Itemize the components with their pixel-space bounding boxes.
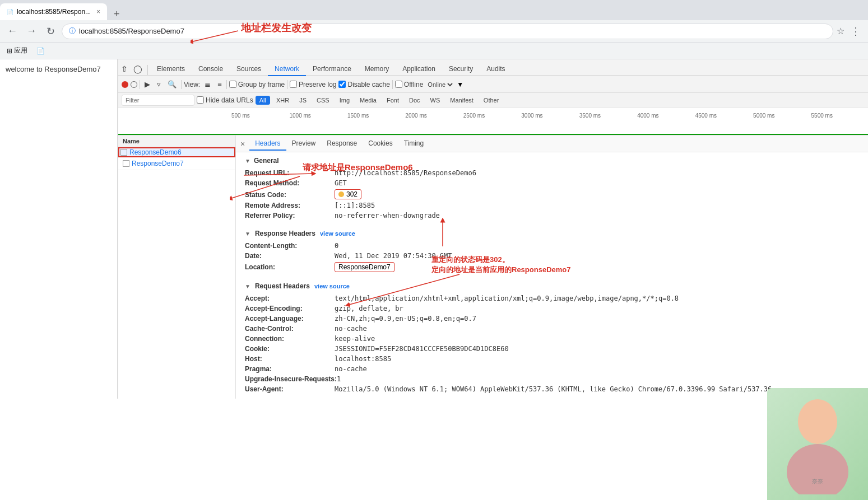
location-label: Location: xyxy=(245,263,335,271)
filter-tag-img[interactable]: Img xyxy=(336,96,354,105)
response-headers-view-source[interactable]: view source xyxy=(320,230,355,237)
devtools-select-icon[interactable]: ⇧ xyxy=(118,63,131,75)
filter-tag-css[interactable]: CSS xyxy=(313,96,333,105)
response-headers-section: Response Headers view source Content-Len… xyxy=(236,225,868,278)
preserve-log-checkbox[interactable] xyxy=(290,81,297,88)
forward-button[interactable]: → xyxy=(24,24,39,39)
accept-label: Accept: xyxy=(245,295,335,302)
tab-title: localhost:8585/Respon... xyxy=(17,8,91,16)
tab-network[interactable]: Network xyxy=(268,63,306,76)
filter-tag-other[interactable]: Other xyxy=(480,96,503,105)
new-tab-button[interactable]: + xyxy=(109,8,124,20)
group-by-frame-label[interactable]: Group by frame xyxy=(229,81,285,88)
request-method-value: GET xyxy=(335,179,347,187)
connection-label: Connection: xyxy=(245,335,335,343)
status-code-row: Status Code: 302 xyxy=(245,188,859,200)
request-url-row: Request URL: http://localhost:8585/Respo… xyxy=(245,168,859,178)
connection-row: Connection: keep-alive xyxy=(245,334,859,344)
page-welcome-text: welcome to ResponseDemo7 xyxy=(6,65,101,73)
active-tab[interactable]: 📄 localhost:8585/Respon... × xyxy=(0,3,107,20)
request-method-label: Request Method: xyxy=(245,179,335,187)
detail-tab-timing[interactable]: Timing xyxy=(398,137,430,151)
filter-tag-js[interactable]: JS xyxy=(295,96,310,105)
timeline-ruler: 500 ms 1000 ms 1500 ms 2000 ms 2500 ms 3… xyxy=(118,108,868,119)
search-button[interactable]: 🔍 xyxy=(165,79,179,90)
throttling-select[interactable]: Online xyxy=(425,81,454,88)
tab-performance[interactable]: Performance xyxy=(306,63,358,76)
disable-cache-checkbox[interactable] xyxy=(338,81,346,88)
tab-console[interactable]: Console xyxy=(192,63,230,76)
view-small-rows-button[interactable]: ≡ xyxy=(215,79,224,90)
filter-tag-xhr[interactable]: XHR xyxy=(272,96,293,105)
offline-checkbox[interactable] xyxy=(395,81,402,88)
timeline-bar: 500 ms 1000 ms 1500 ms 2000 ms 2500 ms 3… xyxy=(118,108,868,135)
filter-input[interactable] xyxy=(122,95,194,106)
filter-tag-font[interactable]: Font xyxy=(383,96,403,105)
detail-tab-cookies[interactable]: Cookies xyxy=(363,137,398,151)
detail-tab-response[interactable]: Response xyxy=(321,137,363,151)
preserve-log-label[interactable]: Preserve log xyxy=(290,81,336,88)
back-button[interactable]: ← xyxy=(4,24,20,39)
mark-2000: 2000 ms xyxy=(404,113,462,119)
mark-4500: 4500 ms xyxy=(694,113,752,119)
mark-3500: 3500 ms xyxy=(578,113,636,119)
detail-close-button[interactable]: × xyxy=(240,139,245,148)
tab-application[interactable]: Application xyxy=(396,63,442,76)
filter-tag-media[interactable]: Media xyxy=(356,96,380,105)
date-value: Wed, 11 Dec 2019 07:54:30 GMT xyxy=(335,252,452,260)
accept-language-label: Accept-Language: xyxy=(245,315,335,323)
nav-bar: ← → ↻ ⓘ localhost:8585/ResponseDemo7 ☆ ⋮ xyxy=(0,20,868,43)
status-code-label: Status Code: xyxy=(245,191,335,199)
bookmark-button[interactable]: ☆ xyxy=(837,26,844,36)
hide-data-urls-checkbox[interactable] xyxy=(197,96,204,104)
status-code-value: 302 xyxy=(346,190,358,198)
clear-button[interactable] xyxy=(131,81,137,88)
location-badge: ResponseDemo7 xyxy=(335,262,394,272)
file-item-responsedemo6[interactable]: ResponseDemo6 xyxy=(118,147,235,157)
devtools-device-icon[interactable]: ◯ xyxy=(131,63,145,75)
filter-tag-doc[interactable]: Doc xyxy=(405,96,424,105)
file-item-responsedemo7[interactable]: ResponseDemo7 xyxy=(118,157,235,170)
main-content: welcome to ResponseDemo7 ⇧ ◯ Elements Co… xyxy=(0,59,868,399)
view-large-rows-button[interactable]: ≣ xyxy=(202,79,213,90)
detail-tab-headers[interactable]: Headers xyxy=(249,137,286,151)
address-bar[interactable]: ⓘ localhost:8585/ResponseDemo7 xyxy=(62,24,833,39)
tab-close-button[interactable]: × xyxy=(96,8,100,16)
disable-cache-label[interactable]: Disable cache xyxy=(338,81,389,88)
general-section: General Request URL: http://localhost:85… xyxy=(236,152,868,225)
throttling-arrow[interactable]: ▼ xyxy=(457,81,463,88)
apps-bookmark[interactable]: ⊞ 应用 xyxy=(4,45,30,57)
referrer-policy-label: Referrer Policy: xyxy=(245,212,335,219)
tab-sources[interactable]: Sources xyxy=(230,63,268,76)
tab-memory[interactable]: Memory xyxy=(358,63,396,76)
tab-security[interactable]: Security xyxy=(442,63,480,76)
request-headers-view-source[interactable]: view source xyxy=(314,283,350,289)
file-bookmark[interactable]: 📄 xyxy=(34,46,47,56)
record-button[interactable] xyxy=(122,81,128,88)
general-section-title: General xyxy=(245,157,859,165)
toolbar-sep-1 xyxy=(140,80,140,89)
tab-elements[interactable]: Elements xyxy=(150,63,192,76)
status-code-badge: 302 xyxy=(335,189,361,199)
reload-button[interactable]: ↻ xyxy=(43,24,58,39)
filter-tag-manifest[interactable]: Manifest xyxy=(446,96,477,105)
detail-tabs: × Headers Preview Response Cookies Timin… xyxy=(236,135,868,152)
apps-label: 应用 xyxy=(14,46,27,55)
hide-data-urls-text: Hide data URLs xyxy=(206,96,253,104)
file-item-name-1: ResponseDemo6 xyxy=(129,148,182,156)
hide-data-urls-label[interactable]: Hide data URLs xyxy=(197,96,253,104)
detail-tab-preview[interactable]: Preview xyxy=(286,137,322,151)
request-url-value: http://localhost:8585/ResponseDemo6 xyxy=(335,169,476,177)
filter-toggle-button[interactable]: ▿ xyxy=(155,79,163,90)
accept-language-value: zh-CN,zh;q=0.9,en-US;q=0.8,en;q=0.7 xyxy=(335,315,476,323)
filter-tag-all[interactable]: All xyxy=(256,96,270,105)
offline-label[interactable]: Offline xyxy=(395,81,423,88)
toolbar-sep-5 xyxy=(392,80,393,89)
filter-tag-ws[interactable]: WS xyxy=(426,96,444,105)
group-by-frame-checkbox[interactable] xyxy=(229,81,236,88)
mark-500: 500 ms xyxy=(230,113,288,119)
menu-button[interactable]: ⋮ xyxy=(848,24,864,39)
cookie-label: Cookie: xyxy=(245,345,335,353)
tab-audits[interactable]: Audits xyxy=(480,63,512,76)
camera-button[interactable]: ▶ xyxy=(142,79,152,90)
